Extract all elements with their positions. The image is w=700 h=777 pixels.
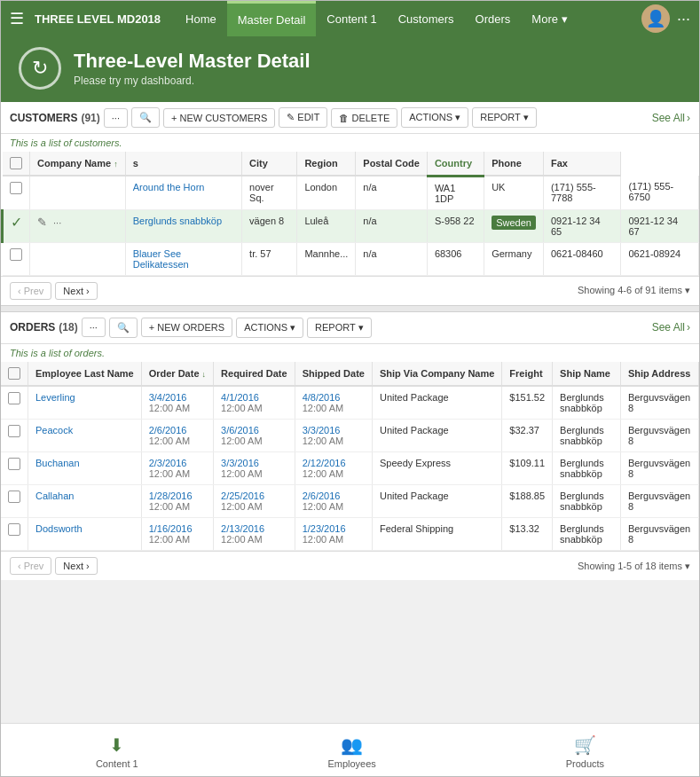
bottom-nav-products[interactable]: 🛒 Products <box>548 731 622 773</box>
orders-next-btn[interactable]: Next › <box>55 557 97 575</box>
ship-address-cell: Berguvsvägen 8 <box>620 452 698 485</box>
country-value-selected: Sweden <box>492 216 536 230</box>
order-checkbox-cell[interactable] <box>1 452 28 485</box>
nav-more[interactable]: More ▾ <box>521 1 578 36</box>
shipped-date-cell: 3/3/2016 12:00 AM <box>295 420 372 452</box>
order-date-link[interactable]: 2/6/2016 <box>149 425 206 436</box>
row-more-icon[interactable]: ··· <box>53 217 61 228</box>
customers-col-company[interactable]: Company Name ↑ <box>30 152 126 176</box>
customers-col-city[interactable]: City <box>242 152 297 176</box>
customers-col-fax[interactable]: Fax <box>543 152 621 176</box>
customers-col-postal[interactable]: Postal Code <box>356 152 428 176</box>
nav-customers[interactable]: Customers <box>388 1 465 36</box>
required-date-link[interactable]: 2/13/2016 <box>221 523 287 534</box>
report-orders-btn[interactable]: REPORT ▾ <box>307 318 372 338</box>
nav-content1[interactable]: Content 1 <box>316 1 387 36</box>
nav-home[interactable]: Home <box>175 1 227 36</box>
customers-col-phone[interactable]: Phone <box>484 152 544 176</box>
row-checkbox-cell[interactable]: ✓ <box>3 209 30 242</box>
customers-col-region[interactable]: Region <box>297 152 356 176</box>
orders-col-shipname[interactable]: Ship Name <box>553 362 621 387</box>
edit-row-icon[interactable]: ✎ <box>37 216 47 229</box>
order-employee-cell: Callahan <box>28 485 142 518</box>
row-checkbox-cell[interactable] <box>3 242 30 275</box>
order-checkbox-cell[interactable] <box>1 518 28 551</box>
shipped-date-link[interactable]: 1/23/2016 <box>303 523 365 534</box>
customers-col-country[interactable]: Country <box>427 152 484 176</box>
actions-orders-btn[interactable]: ACTIONS ▾ <box>236 318 303 338</box>
orders-search-btn[interactable]: 🔍 <box>109 318 138 338</box>
employee-link[interactable]: Peacock <box>35 425 73 436</box>
main-content: CUSTOMERS (91) ··· 🔍 + NEW CUSTOMERS ✎ E… <box>1 102 699 580</box>
orders-table-row[interactable]: Leverling 3/4/2016 12:00 AM 4/1/2016 12:… <box>1 386 699 420</box>
hamburger-icon[interactable]: ☰ <box>10 9 24 28</box>
required-date-link[interactable]: 3/6/2016 <box>221 425 287 436</box>
orders-col-shipped[interactable]: Shipped Date <box>295 362 372 387</box>
required-date-link[interactable]: 3/3/2016 <box>221 458 287 468</box>
delete-customers-btn[interactable]: 🗑 DELETE <box>331 108 397 128</box>
report-customers-btn[interactable]: REPORT ▾ <box>472 107 537 128</box>
company-link[interactable]: Around the Horn <box>133 182 205 192</box>
customers-table-row[interactable]: Around the Horn nover Sq. London n/a WA1… <box>3 176 699 209</box>
orders-table-row[interactable]: Dodsworth 1/16/2016 12:00 AM 2/13/2016 1… <box>1 518 699 551</box>
row-checkbox-cell[interactable] <box>3 176 30 209</box>
orders-prev-btn[interactable]: ‹ Prev <box>10 557 51 575</box>
orders-table-row[interactable]: Peacock 2/6/2016 12:00 AM 3/6/2016 12:00… <box>1 420 699 452</box>
company-link[interactable]: Berglunds snabbköp <box>133 216 222 226</box>
orders-see-all-btn[interactable]: See All › <box>652 321 690 334</box>
shipped-date-link[interactable]: 2/6/2016 <box>303 491 365 501</box>
customers-search-btn[interactable]: 🔍 <box>131 107 160 128</box>
orders-options-btn[interactable]: ··· <box>82 318 106 337</box>
order-date-link[interactable]: 1/16/2016 <box>149 523 206 534</box>
orders-table-row[interactable]: Buchanan 2/3/2016 12:00 AM 3/3/2016 12:0… <box>1 452 699 485</box>
row-phone-cell: (171) 555-7788 <box>543 176 621 209</box>
orders-col-freight[interactable]: Freight <box>502 362 553 387</box>
orders-col-required[interactable]: Required Date <box>214 362 295 387</box>
order-checkbox-cell[interactable] <box>1 386 28 420</box>
customers-next-btn[interactable]: Next › <box>55 282 97 300</box>
company-link[interactable]: Blauer See Delikatessen <box>133 248 189 270</box>
order-date-link[interactable]: 2/3/2016 <box>149 458 206 468</box>
order-date-link[interactable]: 3/4/2016 <box>149 392 206 403</box>
page-subtitle: Please try my dashboard. <box>74 75 311 87</box>
required-date-link[interactable]: 2/25/2016 <box>221 491 287 501</box>
actions-customers-btn[interactable]: ACTIONS ▾ <box>401 107 468 128</box>
employee-link[interactable]: Buchanan <box>35 458 80 468</box>
bottom-nav-content1[interactable]: ⬇ Content 1 <box>78 731 156 773</box>
orders-table-row[interactable]: Callahan 1/28/2016 12:00 AM 2/25/2016 12… <box>1 485 699 518</box>
bottom-nav-employees[interactable]: 👥 Employees <box>310 731 393 773</box>
employee-link[interactable]: Callahan <box>35 491 74 501</box>
order-date-link[interactable]: 1/28/2016 <box>149 491 206 501</box>
new-customers-btn[interactable]: + NEW CUSTOMERS <box>163 108 275 128</box>
shipped-date-link[interactable]: 2/12/2016 <box>303 458 365 468</box>
customers-see-all-btn[interactable]: See All › <box>652 112 690 124</box>
customers-table-row[interactable]: Blauer See Delikatessen tr. 57 Mannhe...… <box>3 242 699 275</box>
order-employee-cell: Leverling <box>28 386 142 420</box>
employee-link[interactable]: Leverling <box>35 392 75 403</box>
customers-col-s[interactable]: s <box>125 152 241 176</box>
customers-prev-btn[interactable]: ‹ Prev <box>10 282 51 300</box>
row-action-cell <box>30 242 126 275</box>
edit-customers-btn[interactable]: ✎ EDIT <box>279 107 327 128</box>
order-checkbox-cell[interactable] <box>1 420 28 452</box>
customers-options-btn[interactable]: ··· <box>104 108 128 128</box>
shipped-date-link[interactable]: 3/3/2016 <box>303 425 365 436</box>
customers-table-container: Company Name ↑ s City Region Postal Code… <box>1 152 699 276</box>
shipped-date-link[interactable]: 4/8/2016 <box>303 392 365 403</box>
nav-master-detail[interactable]: Master Detail <box>227 1 317 36</box>
avatar[interactable]: 👤 <box>641 4 670 33</box>
row-phone-cell: 0621-08460 <box>543 242 621 275</box>
more-options-icon[interactable]: ··· <box>677 10 690 28</box>
required-date-link[interactable]: 4/1/2016 <box>221 392 287 403</box>
customers-table-row[interactable]: ✓ ✎ ··· Berglunds snabbköp vägen 8 Luleå… <box>3 209 699 242</box>
nav-orders[interactable]: Orders <box>465 1 522 36</box>
orders-col-shipvia[interactable]: Ship Via Company Name <box>372 362 501 387</box>
row-city-cell: Luleå <box>297 209 356 242</box>
order-checkbox-cell[interactable] <box>1 485 28 518</box>
orders-col-orderdate[interactable]: Order Date ↓ <box>141 362 213 387</box>
employee-link[interactable]: Dodsworth <box>35 523 83 534</box>
orders-col-shipaddress[interactable]: Ship Address <box>620 362 698 387</box>
orders-col-employee[interactable]: Employee Last Name <box>28 362 142 387</box>
orders-section: ORDERS (18) ··· 🔍 + NEW ORDERS ACTIONS ▾… <box>1 312 699 581</box>
new-orders-btn[interactable]: + NEW ORDERS <box>141 318 232 337</box>
